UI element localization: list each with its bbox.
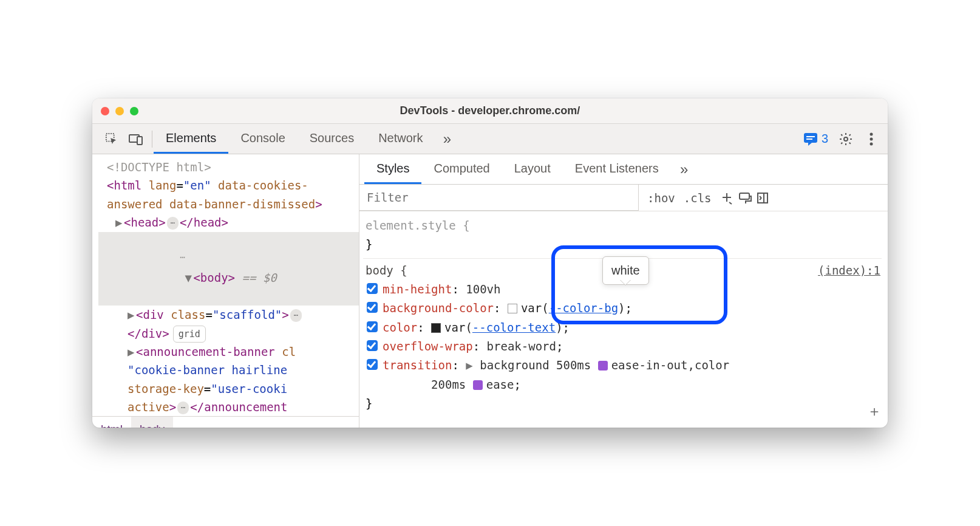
kebab-menu-icon[interactable] bbox=[859, 124, 884, 154]
grid-badge[interactable]: grid bbox=[173, 326, 206, 343]
issues-count: 3 bbox=[822, 132, 828, 146]
new-style-rule-icon[interactable] bbox=[720, 191, 738, 205]
svg-rect-4 bbox=[806, 136, 815, 137]
inspect-element-icon[interactable] bbox=[100, 124, 124, 154]
decl-background-color[interactable]: background-color: var(--color-bg); bbox=[366, 299, 880, 318]
css-var-link[interactable]: --color-text bbox=[472, 321, 556, 334]
svg-rect-5 bbox=[806, 138, 812, 140]
styles-filterbar: :hov .cls bbox=[359, 185, 888, 211]
content-split: <!DOCTYPE html> <html lang="en" data-coo… bbox=[92, 154, 888, 428]
bezier-editor-icon[interactable] bbox=[473, 380, 483, 390]
computed-sidebar-icon[interactable] bbox=[757, 192, 775, 204]
decl-toggle-checkbox[interactable] bbox=[367, 302, 378, 313]
svg-point-7 bbox=[870, 132, 873, 135]
tab-sources[interactable]: Sources bbox=[298, 124, 366, 154]
crumb-html[interactable]: html bbox=[92, 417, 131, 428]
subtab-styles[interactable]: Styles bbox=[364, 154, 421, 184]
subtab-computed[interactable]: Computed bbox=[421, 154, 502, 184]
subtab-event-listeners[interactable]: Event Listeners bbox=[563, 154, 671, 184]
cls-toggle[interactable]: .cls bbox=[684, 191, 712, 205]
hov-toggle[interactable]: :hov bbox=[647, 191, 675, 205]
bezier-editor-icon[interactable] bbox=[598, 361, 608, 371]
subtab-layout[interactable]: Layout bbox=[502, 154, 563, 184]
devtools-window: DevTools - developer.chrome.com/ Element… bbox=[92, 98, 888, 428]
selected-marker-icon: ⋯ bbox=[180, 250, 186, 264]
color-swatch-icon[interactable] bbox=[508, 304, 517, 313]
svg-point-8 bbox=[870, 137, 873, 140]
zoom-window-button[interactable] bbox=[130, 107, 138, 115]
rule-source-link[interactable]: (index):1 bbox=[818, 261, 880, 280]
add-declaration-button[interactable]: ＋ bbox=[867, 400, 882, 424]
svg-point-9 bbox=[870, 142, 873, 145]
styles-subtabs: Styles Computed Layout Event Listeners » bbox=[359, 154, 888, 185]
toolbar-separator bbox=[152, 131, 152, 148]
head-node[interactable]: ▶<head>⋯</head> bbox=[98, 213, 359, 231]
svg-point-6 bbox=[844, 137, 848, 141]
titlebar: DevTools - developer.chrome.com/ bbox=[92, 98, 888, 124]
settings-icon[interactable] bbox=[833, 124, 859, 154]
minimize-window-button[interactable] bbox=[115, 107, 124, 115]
main-toolbar: Elements Console Sources Network » 3 bbox=[92, 124, 888, 154]
decl-overflow-wrap[interactable]: overflow-wrap: break-word; bbox=[366, 337, 880, 356]
html-open-tag[interactable]: <html lang="en" data-cookies-answered da… bbox=[98, 176, 359, 213]
css-var-link[interactable]: --color-bg bbox=[549, 301, 618, 315]
window-title: DevTools - developer.chrome.com/ bbox=[92, 104, 888, 117]
doctype-node: <!DOCTYPE html> bbox=[107, 160, 211, 174]
tab-network[interactable]: Network bbox=[366, 124, 435, 154]
styles-filter-input[interactable] bbox=[359, 185, 639, 211]
decl-toggle-checkbox[interactable] bbox=[367, 283, 378, 294]
device-toolbar-icon[interactable] bbox=[124, 124, 148, 154]
rules-list[interactable]: element.style { } (index):1 body { min-h… bbox=[359, 211, 888, 428]
svg-rect-11 bbox=[758, 193, 767, 203]
rule-element-style[interactable]: element.style { } bbox=[363, 214, 882, 259]
more-tabs-icon[interactable]: » bbox=[435, 124, 460, 154]
window-controls bbox=[101, 107, 138, 115]
var-resolved-tooltip: white bbox=[602, 256, 649, 285]
decl-toggle-checkbox[interactable] bbox=[367, 359, 378, 370]
paint-icon[interactable] bbox=[738, 192, 757, 204]
color-swatch-icon[interactable] bbox=[431, 323, 441, 333]
issues-badge[interactable]: 3 bbox=[798, 124, 833, 154]
expand-shorthand-icon[interactable]: ▶ bbox=[466, 358, 472, 372]
crumb-body[interactable]: body bbox=[131, 417, 173, 428]
more-subtabs-icon[interactable]: » bbox=[671, 161, 698, 178]
svg-rect-3 bbox=[804, 133, 817, 143]
announcement-banner-node[interactable]: ▶<announcement-banner cl"cookie-banner h… bbox=[98, 343, 359, 417]
scaffold-div-node[interactable]: ▶<div class="scaffold">⋯</div>grid bbox=[98, 306, 359, 343]
decl-transition[interactable]: transition: ▶ background 500ms ease-in-o… bbox=[366, 356, 880, 394]
breadcrumbs: html body bbox=[92, 416, 359, 428]
styles-panel: Styles Computed Layout Event Listeners »… bbox=[359, 154, 888, 428]
close-window-button[interactable] bbox=[101, 107, 109, 115]
dom-tree-panel: <!DOCTYPE html> <html lang="en" data-coo… bbox=[92, 154, 359, 428]
tab-elements[interactable]: Elements bbox=[154, 124, 228, 154]
tab-console[interactable]: Console bbox=[228, 124, 297, 154]
decl-toggle-checkbox[interactable] bbox=[367, 321, 378, 332]
svg-rect-2 bbox=[137, 137, 142, 145]
svg-rect-10 bbox=[740, 193, 749, 199]
decl-color[interactable]: color: var(--color-text); bbox=[366, 318, 880, 337]
decl-toggle-checkbox[interactable] bbox=[367, 340, 378, 351]
dom-tree[interactable]: <!DOCTYPE html> <html lang="en" data-coo… bbox=[92, 154, 359, 416]
body-node-selected[interactable]: ⋯ ▼<body> == $0 bbox=[98, 232, 359, 306]
